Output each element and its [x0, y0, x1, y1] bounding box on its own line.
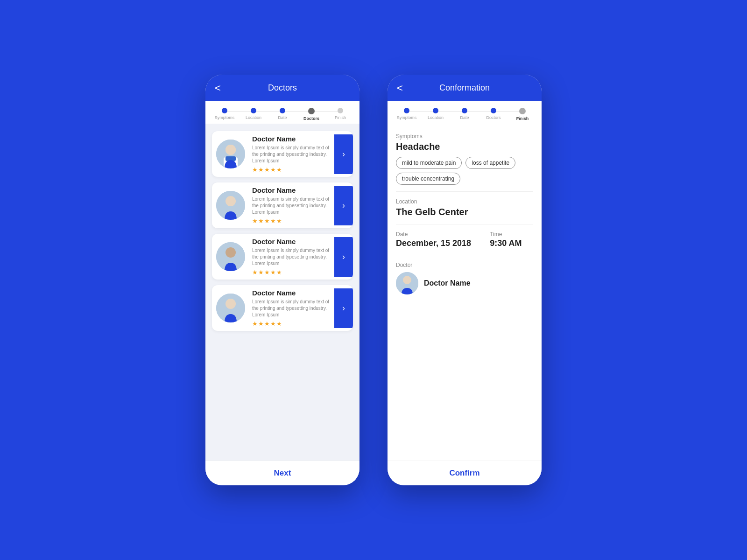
doctor-name-3: Doctor Name — [252, 238, 331, 245]
step-label-symptoms: Symptoms — [215, 115, 235, 120]
doctor-arrow-2[interactable]: › — [334, 186, 353, 225]
doctor-desc-3: Lorem Ipsum is simply dummy text of the … — [252, 247, 331, 267]
doctor-card-4[interactable]: Doctor Name Lorem Ipsum is simply dummy … — [212, 285, 353, 331]
step2-dot-doctors — [491, 108, 496, 113]
doctor-info-2: Doctor Name Lorem Ipsum is simply dummy … — [249, 182, 334, 228]
step2-label-date: Date — [460, 115, 469, 120]
doctor-stars-1: ★★★★★ — [252, 166, 331, 173]
doctor-name-2: Doctor Name — [252, 186, 331, 194]
screen2-title: Conformation — [439, 83, 490, 93]
screen1-header: < Doctors — [205, 75, 359, 101]
location-label: Location — [396, 198, 533, 205]
date-block: Date December, 15 2018 — [396, 231, 471, 248]
doctor-desc-2: Lorem Ipsum is simply dummy text of the … — [252, 196, 331, 216]
step-finish: Finish — [326, 108, 355, 120]
step-label-finish: Finish — [335, 115, 346, 120]
screen1-footer: Next — [205, 461, 359, 485]
divider-3 — [396, 255, 533, 255]
date-time-row: Date December, 15 2018 Time 9:30 AM — [396, 231, 533, 248]
step2-dot-location — [433, 108, 438, 113]
doctor-arrow-1[interactable]: › — [334, 134, 353, 174]
doctor-stars-2: ★★★★★ — [252, 217, 331, 224]
step-label-location: Location — [246, 115, 261, 120]
doctor-info-4: Doctor Name Lorem Ipsum is simply dummy … — [249, 285, 334, 331]
step-label-date: Date — [278, 115, 287, 120]
step2-dot-symptoms — [404, 108, 409, 113]
doctor-info-3: Doctor Name Lorem Ipsum is simply dummy … — [249, 234, 334, 280]
screen2-header: < Conformation — [388, 75, 542, 101]
symptoms-label: Symptoms — [396, 133, 533, 140]
doctor-avatar-3 — [216, 242, 245, 271]
date-value: December, 15 2018 — [396, 238, 471, 248]
step-location: Location — [239, 108, 268, 120]
step-dot-location — [251, 108, 256, 113]
step-dot-symptoms — [222, 108, 227, 113]
screen1-back-button[interactable]: < — [215, 82, 221, 94]
step2-label-location: Location — [428, 115, 444, 120]
doctor-avatar-2 — [216, 191, 245, 220]
step2-dot-finish — [519, 108, 526, 114]
doctor-mini-name: Doctor Name — [424, 279, 471, 287]
doctor-stars-3: ★★★★★ — [252, 269, 331, 276]
tags-row: mild to moderate pain loss of appetite t… — [396, 157, 533, 185]
doctor-name-4: Doctor Name — [252, 289, 331, 297]
screen2-back-button[interactable]: < — [397, 82, 403, 94]
step-symptoms: Symptoms — [210, 108, 239, 120]
symptoms-title: Headache — [396, 141, 533, 152]
step2-label-symptoms: Symptoms — [397, 115, 417, 120]
doctor-name-1: Doctor Name — [252, 135, 331, 143]
screen1-stepper: Symptoms Location Date Doctors Finish — [205, 101, 359, 124]
tag-trouble-concentrating: trouble concentrating — [396, 173, 460, 185]
doctor-desc-1: Lorem Ipsum is simply dummy text of the … — [252, 145, 331, 164]
svg-point-10 — [226, 299, 236, 309]
step2-date: Date — [450, 108, 479, 120]
step2-doctors: Doctors — [479, 108, 508, 120]
time-value: 9:30 AM — [490, 238, 521, 248]
svg-point-8 — [226, 247, 236, 258]
step-doctors: Doctors — [297, 108, 326, 121]
tag-mild-pain: mild to moderate pain — [396, 157, 462, 169]
doctor-mini-avatar — [396, 272, 418, 294]
tag-loss-appetite: loss of appetite — [465, 157, 515, 169]
screen1-phone: < Doctors Symptoms Location Date Doctors… — [205, 75, 359, 485]
doctor-avatar-wrap-3 — [212, 237, 249, 277]
doctor-mini: Doctor Name — [396, 272, 533, 294]
location-value: The Gelb Center — [396, 207, 533, 217]
step-date: Date — [268, 108, 297, 120]
doctor-info-1: Doctor Name Lorem Ipsum is simply dummy … — [249, 131, 334, 177]
screen2-phone: < Conformation Symptoms Location Date Do… — [388, 75, 542, 485]
confirm-button[interactable]: Confirm — [449, 469, 479, 477]
doctor-card-2[interactable]: Doctor Name Lorem Ipsum is simply dummy … — [212, 182, 353, 228]
svg-point-12 — [403, 276, 411, 284]
step2-dot-date — [462, 108, 467, 113]
svg-point-4 — [226, 145, 236, 155]
divider-2 — [396, 224, 533, 224]
step2-finish: Finish — [508, 108, 537, 121]
time-label: Time — [490, 231, 521, 238]
svg-point-6 — [226, 196, 236, 206]
next-button[interactable]: Next — [274, 469, 291, 477]
doctor-card-1[interactable]: Doctor Name Lorem Ipsum is simply dummy … — [212, 131, 353, 177]
screen2-footer: Confirm — [388, 461, 542, 485]
doctor-avatar-4 — [216, 294, 245, 322]
screen1-title: Doctors — [268, 83, 297, 93]
time-block: Time 9:30 AM — [490, 231, 521, 248]
step-dot-doctors — [308, 108, 315, 114]
divider-1 — [396, 191, 533, 192]
doctor-list: Doctor Name Lorem Ipsum is simply dummy … — [205, 124, 359, 461]
screen2-stepper: Symptoms Location Date Doctors Finish — [388, 101, 542, 124]
step2-location: Location — [421, 108, 450, 120]
doctor-arrow-4[interactable]: › — [334, 288, 353, 328]
doctor-card-3[interactable]: Doctor Name Lorem Ipsum is simply dummy … — [212, 234, 353, 280]
doctor-arrow-3[interactable]: › — [334, 237, 353, 277]
date-label: Date — [396, 231, 471, 238]
doctor-avatar-wrap-2 — [212, 186, 249, 225]
step-dot-date — [280, 108, 285, 113]
step2-label-doctors: Doctors — [486, 115, 500, 120]
doctor-desc-4: Lorem Ipsum is simply dummy text of the … — [252, 299, 331, 318]
step-label-doctors: Doctors — [303, 116, 319, 121]
confirm-content: Symptoms Headache mild to moderate pain … — [388, 124, 542, 461]
step2-label-finish: Finish — [516, 116, 529, 121]
doctor-avatar-wrap-1 — [212, 134, 249, 174]
doctor-avatar-1 — [216, 140, 245, 168]
